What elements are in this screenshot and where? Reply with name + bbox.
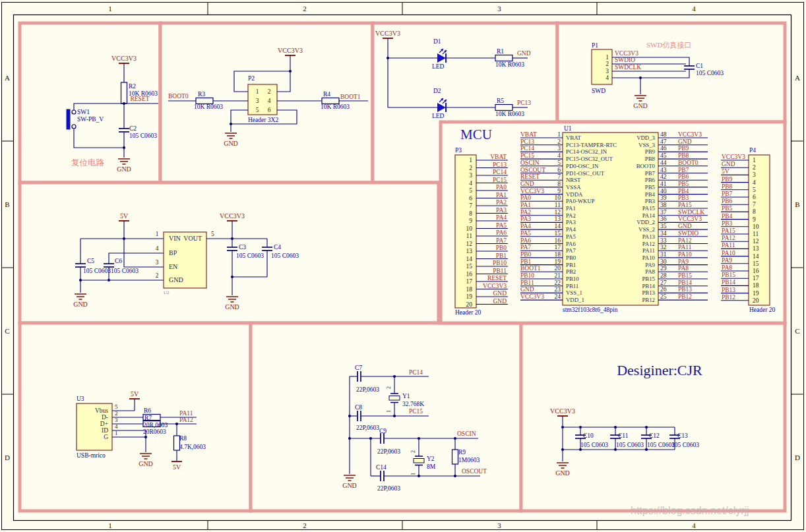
pin-number: 2 (410, 450, 416, 453)
pin-number: 20 (466, 301, 473, 308)
pin-number: 12 (466, 241, 473, 247)
net-label: PC13 (520, 138, 534, 145)
ref-des: C8 (355, 404, 362, 411)
pin-number: 5 (557, 160, 561, 166)
pin-number: 6 (557, 167, 561, 173)
net-label: RESET (520, 173, 540, 180)
pin-name: PB6 (645, 177, 656, 183)
value: 1M0603 (458, 457, 480, 463)
net-label: OSCOUT (462, 468, 487, 475)
net-label: PA12 (179, 417, 193, 423)
pin-name: G (104, 434, 108, 440)
ref-des: C5 (87, 258, 94, 264)
net-label: PC14 (493, 169, 507, 175)
pin-number: 12 (555, 209, 561, 216)
junction-dot (393, 415, 396, 417)
ref-des: U3 (77, 396, 84, 402)
net-label: PA6 (496, 229, 507, 236)
pin-number: 29 (660, 265, 667, 272)
net-label: PC13 (517, 100, 531, 106)
pin-number: 9 (753, 216, 756, 223)
part-type: SWD (592, 88, 605, 94)
pin-number: 4 (753, 179, 756, 186)
net-label: PB11 (520, 280, 534, 286)
pin-name: PA1 (566, 205, 576, 212)
pin-name: PD0-OSC_IN (566, 163, 599, 169)
ref-des: C4 (274, 244, 281, 251)
pin-number: 41 (660, 181, 667, 187)
value: 32.768K (402, 401, 424, 407)
zone-row-label: A (795, 74, 800, 82)
net-label: GND (722, 161, 735, 167)
value: 20R,0603 (143, 422, 168, 429)
ref-des: R3 (198, 91, 205, 98)
net-label: SWDCLK (615, 64, 641, 71)
pin-name: VSS_3 (638, 142, 656, 148)
pin-number: 2 (753, 164, 756, 171)
pin-name: VDD_3 (636, 134, 655, 141)
net-label: PB9 (722, 176, 733, 183)
net-label: PA11 (678, 244, 692, 251)
net-label: PA3 (520, 216, 531, 222)
power-label: VCC3V3 (550, 407, 575, 415)
net-label: OSCIN (520, 160, 540, 166)
ref-des: U1 (564, 125, 572, 132)
ref-des: P3 (455, 147, 462, 154)
value: 10K R0603 (495, 111, 524, 117)
net-label: VCC3V3 (722, 154, 745, 160)
pin-number: 13 (555, 216, 561, 222)
zone-column-label: 3 (497, 521, 501, 529)
pin-name: PB9 (645, 148, 656, 155)
pin-name: PA4 (566, 226, 576, 233)
pin-number: 30 (660, 258, 667, 265)
reset-circuit-caption: 复位电路 (71, 158, 104, 169)
gnd-label: GND (73, 301, 88, 308)
pin-number: 2 (469, 165, 472, 171)
junction-dot (561, 426, 564, 429)
ref-des: R9 (458, 449, 466, 456)
pin-number: 18 (466, 286, 473, 293)
value: 22P,0603 (377, 448, 400, 455)
pin-number: 15 (753, 260, 759, 267)
pin-number: 33 (660, 237, 667, 244)
net-label: PB6 (722, 198, 733, 204)
value: 4.7K,0603 (179, 444, 206, 450)
zone-column-label: 1 (108, 5, 112, 13)
pin-name: PD1-OSC_OUT (566, 170, 605, 177)
net-label: PA5 (496, 222, 507, 229)
gnd-label: GND (342, 482, 357, 489)
net-label: PB3 (678, 194, 689, 201)
crystal-body (414, 459, 424, 463)
pin-number: 12 (753, 238, 759, 245)
zone-column-label: 4 (692, 521, 696, 529)
net-label: PB5 (722, 205, 733, 212)
ref-des: R2 (129, 83, 136, 90)
ref-des: D2 (433, 88, 441, 94)
pin-number: 21 (555, 272, 561, 279)
pin-number: 27 (660, 280, 667, 286)
net-label: VCC3V3 (615, 50, 638, 57)
pin-number: 5 (115, 403, 118, 410)
p2-header-body (248, 84, 277, 115)
pin-number: 48 (660, 131, 667, 138)
pin-name: PA6 (566, 241, 576, 247)
power-label: VCC3V3 (375, 30, 400, 37)
net-label: PC15 (409, 408, 423, 415)
net-label: SWDIO (678, 230, 698, 237)
watermark: https://blog.csdn.net/clyrjj (631, 505, 749, 517)
power-label: VCC3V3 (278, 47, 303, 54)
net-label: PC13 (493, 162, 507, 168)
ref-des: D1 (433, 38, 441, 45)
pin-number: 8 (753, 208, 756, 215)
pin-number: 43 (660, 167, 667, 173)
value: 22P,0603 (356, 425, 379, 431)
pin-number: 11 (466, 233, 472, 239)
pin-name: PA9 (645, 262, 655, 268)
ref-des: SW1 (77, 109, 90, 115)
net-label: GND (678, 223, 692, 229)
pin-number: 45 (660, 152, 667, 159)
pin-number: 18 (555, 251, 561, 258)
pin-number: 4 (605, 74, 609, 81)
pin-number: 16 (753, 268, 759, 274)
net-label: PB0 (520, 251, 532, 258)
